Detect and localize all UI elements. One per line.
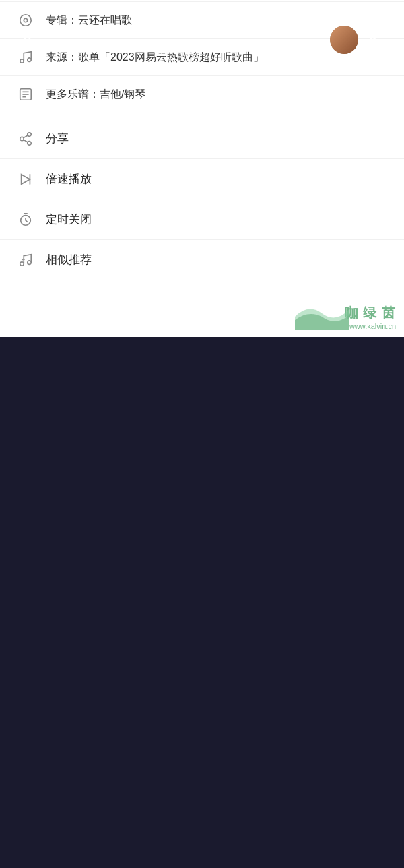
svg-line-4 [374,34,378,37]
player-artist-name: 张杰 [153,44,174,59]
share-icon[interactable] [369,30,384,49]
timer-row-icon [16,212,35,227]
watermark: 咖 绿 茵 www.kalvin.cn [345,304,396,330]
share-row[interactable]: 分享 [0,119,404,159]
svg-marker-26 [22,174,30,184]
score-text: 更多乐谱：吉他/钢琴 [46,88,388,102]
speed-row[interactable]: 倍速播放 [0,159,404,199]
svg-line-25 [24,135,28,137]
score-row[interactable]: 更多乐谱：吉他/钢琴 [0,76,404,113]
similar-row-icon [16,253,35,268]
timer-text: 定时关闭 [46,212,92,227]
svg-line-24 [24,140,28,142]
speed-row-icon [16,172,35,187]
similar-text: 相似推荐 [46,252,92,268]
player-background: ∨ 云还在唱歌 张杰 关注 有6杠社 进平学音乐版权 [0,0,404,337]
collapse-button[interactable]: ∨ [20,30,34,49]
svg-line-3 [374,38,378,41]
avatar-image [330,26,358,54]
artist-follow-row: 张杰 关注 [153,43,212,59]
svg-point-30 [20,261,24,266]
watermark-url-text: www.kalvin.cn [349,322,396,330]
player-song-title: 云还在唱歌 [143,20,221,40]
similar-row[interactable]: 相似推荐 [0,240,404,280]
share-text: 分享 [46,131,69,146]
score-icon [16,87,35,102]
menu-section: 分享 倍速播放 [0,119,404,280]
player-header: ∨ 云还在唱歌 张杰 关注 [0,0,404,66]
header-center: 云还在唱歌 张杰 关注 [143,20,221,59]
timer-row[interactable]: 定时关闭 [0,199,404,240]
watermark-decoration [295,297,349,330]
speed-text: 倍速播放 [46,171,92,187]
follow-button[interactable]: 关注 [180,43,212,59]
share-row-icon [16,131,35,146]
avatar[interactable] [330,26,358,54]
svg-point-31 [28,260,32,264]
watermark-brand-text: 咖 绿 茵 [345,304,396,322]
